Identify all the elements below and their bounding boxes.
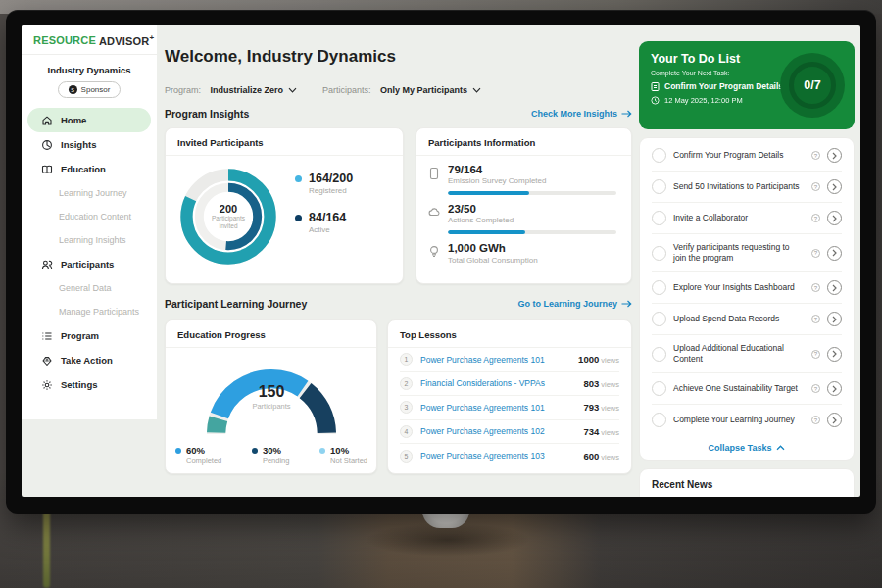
consumption-label: Total Global Consumption bbox=[448, 256, 538, 265]
check-more-insights-link[interactable]: Check More Insights bbox=[531, 109, 632, 119]
survey-icon bbox=[428, 167, 440, 180]
sidebar-item-general-data[interactable]: General Data bbox=[27, 276, 151, 300]
info-icon[interactable]: ? bbox=[811, 416, 820, 424]
logo-advisor: ADVISOR+ bbox=[99, 33, 154, 47]
invited-participants-card: Invited Participants 200 Participants In… bbox=[165, 127, 404, 284]
rank-badge: 2 bbox=[400, 377, 413, 390]
people-icon bbox=[41, 259, 53, 270]
task-checkbox[interactable] bbox=[652, 179, 666, 194]
not-started-dot bbox=[319, 448, 325, 454]
task-checkbox[interactable] bbox=[652, 280, 666, 295]
book-icon bbox=[41, 164, 53, 175]
completed-label: Completed bbox=[186, 456, 221, 465]
task-label: Invite a Collaborator bbox=[673, 213, 805, 223]
lesson-row[interactable]: 4 Power Purchase Agreements 102 734views bbox=[400, 420, 619, 445]
participants-select[interactable]: Only My Participants bbox=[380, 85, 481, 95]
chevron-right-icon[interactable] bbox=[827, 211, 842, 225]
task-checkbox[interactable] bbox=[652, 381, 666, 396]
lesson-row[interactable]: 2 Financial Considerations - VPPAs 803vi… bbox=[400, 372, 619, 397]
lesson-row[interactable]: 1 Power Purchase Agreements 101 1000view… bbox=[400, 348, 619, 372]
task-row[interactable]: Invite a Collaborator ? bbox=[652, 203, 842, 234]
info-icon[interactable]: ? bbox=[811, 151, 820, 160]
sponsor-icon: S bbox=[69, 85, 77, 94]
sidebar-item-participants[interactable]: Participants bbox=[27, 252, 151, 276]
todo-next-task-label: Confirm Your Program Details bbox=[664, 81, 783, 91]
task-label: Complete Your Learning Journey bbox=[673, 415, 805, 425]
task-checkbox[interactable] bbox=[652, 413, 666, 427]
program-select[interactable]: Industrialize Zero bbox=[210, 85, 297, 95]
info-row-consumption: 1,000 GWh Total Global Consumption bbox=[416, 234, 631, 264]
info-icon[interactable]: ? bbox=[811, 384, 820, 393]
sidebar-item-manage-participants[interactable]: Manage Participants bbox=[27, 300, 151, 323]
task-row[interactable]: Verify participants requesting to join t… bbox=[652, 234, 842, 272]
sidebar-item-label: Program bbox=[61, 330, 99, 341]
sidebar-item-label: Participants bbox=[61, 259, 114, 270]
sidebar-item-learning-journey[interactable]: Learning Journey bbox=[27, 181, 151, 205]
sidebar-item-settings[interactable]: Settings bbox=[27, 372, 151, 397]
info-row-actions: 23/50 Actions Completed bbox=[416, 195, 631, 234]
lesson-row[interactable]: 3 Power Purchase Agreements 101 793views bbox=[400, 396, 619, 420]
task-row[interactable]: Confirm Your Program Details ? bbox=[652, 140, 842, 172]
info-row-survey: 79/164 Emission Survey Completed bbox=[416, 156, 631, 195]
sidebar-item-education-content[interactable]: Education Content bbox=[27, 205, 151, 228]
info-icon[interactable]: ? bbox=[811, 249, 820, 258]
donut-center: 200 Participants Invited bbox=[173, 162, 283, 271]
sidebar-item-insights[interactable]: Insights bbox=[27, 132, 151, 157]
sidebar-item-program[interactable]: Program bbox=[27, 323, 151, 348]
info-icon[interactable]: ? bbox=[811, 315, 820, 323]
chevron-right-icon[interactable] bbox=[827, 148, 842, 163]
progress-fill-0 bbox=[448, 191, 529, 195]
sidebar-item-label: Education Content bbox=[59, 212, 131, 221]
sidebar-item-learning-insights[interactable]: Learning Insights bbox=[27, 228, 151, 252]
lesson-link[interactable]: Power Purchase Agreements 103 bbox=[420, 451, 575, 461]
chevron-right-icon[interactable] bbox=[827, 179, 842, 194]
arrow-right-icon bbox=[621, 300, 632, 308]
chevron-right-icon[interactable] bbox=[827, 413, 842, 427]
todo-task-list: Confirm Your Program Details ? Send 50 I… bbox=[639, 137, 855, 461]
info-icon[interactable]: ? bbox=[811, 182, 820, 191]
invited-total: 200 bbox=[220, 203, 237, 215]
card-title: Top Lessons bbox=[388, 320, 631, 348]
lesson-link[interactable]: Power Purchase Agreements 101 bbox=[420, 403, 575, 413]
sidebar-item-home[interactable]: Home bbox=[27, 108, 151, 132]
app-logo: RESOURCE ADVISOR+ bbox=[22, 25, 157, 55]
lesson-link[interactable]: Financial Considerations - VPPAs bbox=[420, 378, 575, 388]
sidebar-item-take-action[interactable]: Take Action bbox=[27, 348, 151, 372]
sidebar-nav: Home Insights Education Learning Journey… bbox=[22, 108, 157, 397]
sidebar: RESOURCE ADVISOR+ Industry Dynamics S Sp… bbox=[22, 25, 157, 419]
sidebar-item-education[interactable]: Education bbox=[27, 157, 151, 181]
collapse-tasks-link[interactable]: Collapse Tasks bbox=[652, 435, 842, 461]
info-icon[interactable]: ? bbox=[811, 214, 820, 222]
go-to-learning-journey-link[interactable]: Go to Learning Journey bbox=[517, 299, 632, 309]
gauge-label: Participants bbox=[197, 402, 346, 411]
task-checkbox[interactable] bbox=[652, 312, 666, 326]
task-row[interactable]: Send 50 Invitations to Participants ? bbox=[652, 172, 842, 203]
chevron-right-icon[interactable] bbox=[827, 246, 842, 261]
actions-icon bbox=[428, 206, 440, 220]
participants-select-value: Only My Participants bbox=[380, 85, 467, 95]
task-checkbox[interactable] bbox=[652, 211, 666, 225]
chevron-right-icon[interactable] bbox=[827, 381, 842, 396]
task-row[interactable]: Complete Your Learning Journey ? bbox=[652, 405, 842, 435]
task-checkbox[interactable] bbox=[652, 347, 666, 362]
task-checkbox[interactable] bbox=[652, 246, 666, 261]
lesson-link[interactable]: Power Purchase Agreements 101 bbox=[420, 355, 570, 365]
lesson-link[interactable]: Power Purchase Agreements 102 bbox=[420, 426, 575, 436]
task-label: Explore Your Insights Dashboard bbox=[673, 282, 805, 293]
sponsor-label: Sponsor bbox=[81, 85, 111, 94]
chevron-right-icon[interactable] bbox=[827, 312, 842, 326]
task-row[interactable]: Upload Spend Data Records ? bbox=[652, 304, 842, 335]
info-icon[interactable]: ? bbox=[811, 283, 820, 292]
chevron-right-icon[interactable] bbox=[827, 347, 842, 362]
info-icon[interactable]: ? bbox=[811, 350, 820, 359]
task-row[interactable]: Explore Your Insights Dashboard ? bbox=[652, 272, 842, 304]
gear-icon bbox=[41, 379, 53, 391]
lesson-row[interactable]: 5 Power Purchase Agreements 103 600views bbox=[400, 444, 619, 468]
chevron-down-icon bbox=[288, 87, 297, 93]
sidebar-item-label: Insights bbox=[61, 139, 96, 150]
sidebar-item-label: Home bbox=[61, 115, 86, 125]
task-checkbox[interactable] bbox=[652, 148, 666, 163]
chevron-right-icon[interactable] bbox=[827, 280, 842, 295]
task-row[interactable]: Achieve One Sustainability Target ? bbox=[652, 373, 842, 405]
task-row[interactable]: Upload Additional Educational Content ? bbox=[652, 335, 842, 373]
